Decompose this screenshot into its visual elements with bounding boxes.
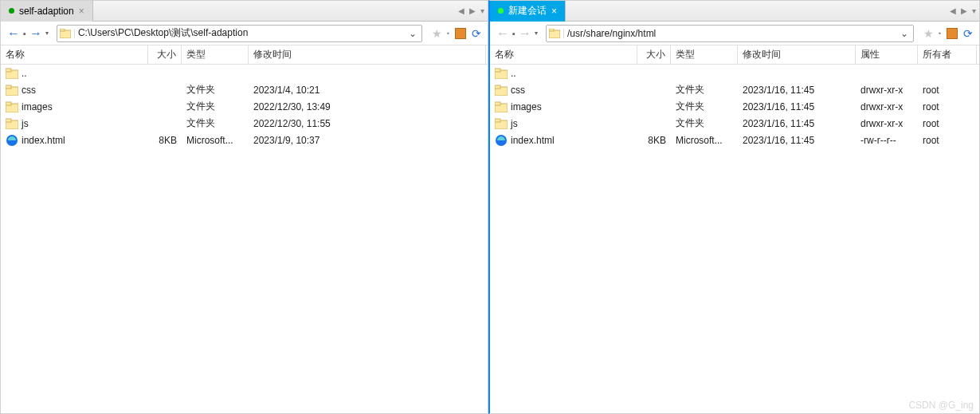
tab-right[interactable]: 新建会话 × <box>490 1 566 22</box>
svg-rect-9 <box>6 119 11 122</box>
svg-rect-16 <box>495 85 500 89</box>
cell-mtime: 2023/1/16, 11:45 <box>738 118 856 129</box>
svg-rect-18 <box>495 102 500 105</box>
toolbar-icons: ★ ▪ ⟳ <box>432 27 481 40</box>
column-header[interactable]: 修改时间 <box>738 45 856 64</box>
cell-type: 文件夹 <box>182 100 249 113</box>
toolbar-right: ← ▪ → ▾ ⌄ ★ ▪ ⟳ <box>490 22 979 45</box>
cell-owner: root <box>918 101 977 112</box>
folder-icon <box>6 101 18 113</box>
home-icon[interactable] <box>454 27 467 40</box>
column-header[interactable]: 类型 <box>182 45 249 64</box>
file-list-left[interactable]: ..css文件夹2023/1/4, 10:21images文件夹2022/12/… <box>1 65 488 413</box>
cell-size: 8KB <box>637 135 671 146</box>
column-header[interactable]: 名称 <box>1 45 148 64</box>
address-input[interactable] <box>75 26 404 41</box>
tabnav-next-icon[interactable]: ▶ <box>469 6 476 15</box>
cell-name: js <box>490 117 637 130</box>
table-row[interactable]: .. <box>490 65 979 81</box>
toolbar-icons: ★ ▪ ⟳ <box>923 27 973 40</box>
cell-type: 文件夹 <box>671 100 738 113</box>
tabnav-prev-icon[interactable]: ◀ <box>950 6 956 15</box>
column-header[interactable]: 修改时间 <box>249 45 486 64</box>
nav-forward-icon[interactable]: → <box>519 26 531 41</box>
nav-back-icon[interactable]: ← <box>496 26 509 41</box>
cell-attr: drwxr-xr-x <box>856 118 918 129</box>
cell-name: .. <box>490 67 637 80</box>
pane-right: 新建会话 × ◀ ▶ ▾ ← ▪ → ▾ ⌄ ★ ▪ ⟳ 名称大小类型修改时间属… <box>488 0 980 414</box>
star-icon[interactable]: ★ <box>923 27 934 40</box>
table-row[interactable]: .. <box>1 65 488 81</box>
tabnav-drop-icon[interactable]: ▾ <box>480 6 484 15</box>
cell-mtime: 2023/1/16, 11:45 <box>738 85 856 96</box>
address-bar[interactable]: ⌄ <box>57 25 422 42</box>
folder-icon <box>495 67 508 80</box>
column-header[interactable]: 大小 <box>148 45 182 64</box>
folder-icon <box>6 84 18 97</box>
table-row[interactable]: images文件夹2023/1/16, 11:45drwxr-xr-xroot <box>490 98 979 115</box>
sep-icon: ▪ <box>939 30 941 37</box>
column-header[interactable]: 大小 <box>637 45 671 64</box>
cell-type: 文件夹 <box>671 116 738 130</box>
table-row[interactable]: css文件夹2023/1/16, 11:45drwxr-xr-xroot <box>490 81 979 98</box>
cell-name: index.html <box>490 134 637 147</box>
folder-icon <box>495 101 508 113</box>
file-name: index.html <box>511 135 555 146</box>
address-bar[interactable]: ⌄ <box>546 25 914 42</box>
nav-drop-icon[interactable]: ▾ <box>45 30 49 37</box>
nav-sep-icon: ▪ <box>512 29 515 38</box>
nav-drop-icon[interactable]: ▾ <box>535 30 538 37</box>
table-row[interactable]: js文件夹2022/12/30, 11:55 <box>1 115 488 132</box>
tabnav-drop-icon[interactable]: ▾ <box>972 6 976 15</box>
column-header[interactable]: 名称 <box>490 45 637 64</box>
tabbar-right: 新建会话 × ◀ ▶ ▾ <box>490 1 979 22</box>
cell-name: .. <box>1 67 148 80</box>
tab-close-icon[interactable]: × <box>551 6 557 17</box>
cell-type: 文件夹 <box>182 116 249 130</box>
star-icon[interactable]: ★ <box>432 27 442 40</box>
address-drop-icon[interactable]: ⌄ <box>404 28 421 39</box>
svg-rect-20 <box>495 119 500 122</box>
cell-name: images <box>1 101 148 113</box>
tabnav-right: ◀ ▶ ▾ <box>950 6 976 15</box>
address-drop-icon[interactable]: ⌄ <box>896 28 913 39</box>
nav-forward-icon[interactable]: → <box>29 26 42 41</box>
column-header[interactable]: 属性 <box>856 45 918 64</box>
refresh-icon[interactable]: ⟳ <box>472 27 481 40</box>
table-row[interactable]: css文件夹2023/1/4, 10:21 <box>1 81 488 98</box>
svg-rect-1 <box>60 29 65 31</box>
nav-back-icon[interactable]: ← <box>7 26 20 41</box>
table-row[interactable]: index.html8KBMicrosoft...2023/1/9, 10:37 <box>1 132 488 148</box>
column-header[interactable]: 所有者 <box>918 45 977 64</box>
table-row[interactable]: index.html8KBMicrosoft...2023/1/16, 11:4… <box>490 132 979 148</box>
cell-attr: drwxr-xr-x <box>856 101 918 112</box>
cell-mtime: 2023/1/16, 11:45 <box>738 135 856 146</box>
pane-left: self-adaption × ◀ ▶ ▾ ← ▪ → ▾ ⌄ ★ ▪ ⟳ 名称… <box>0 0 488 414</box>
tab-title: 新建会话 <box>508 4 547 18</box>
file-name: js <box>22 118 29 129</box>
svg-rect-3 <box>6 69 11 72</box>
refresh-icon[interactable]: ⟳ <box>963 27 973 40</box>
cell-owner: root <box>918 135 977 146</box>
status-dot-icon <box>9 8 14 14</box>
home-icon[interactable] <box>946 27 958 40</box>
cell-mtime: 2023/1/16, 11:45 <box>738 101 856 112</box>
table-row[interactable]: images文件夹2022/12/30, 13:49 <box>1 98 488 115</box>
cell-name: images <box>490 101 637 113</box>
tabnav-next-icon[interactable]: ▶ <box>961 6 967 15</box>
tab-close-icon[interactable]: × <box>79 6 84 17</box>
cell-mtime: 2023/1/4, 10:21 <box>249 85 486 96</box>
svg-rect-12 <box>549 29 554 31</box>
cell-type: Microsoft... <box>671 135 738 146</box>
file-list-right[interactable]: ..css文件夹2023/1/16, 11:45drwxr-xr-xrootim… <box>490 65 979 413</box>
cell-mtime: 2023/1/9, 10:37 <box>249 135 486 146</box>
tab-left[interactable]: self-adaption × <box>1 1 93 22</box>
cell-name: js <box>1 117 148 130</box>
table-row[interactable]: js文件夹2023/1/16, 11:45drwxr-xr-xroot <box>490 115 979 132</box>
address-input[interactable] <box>564 26 896 41</box>
file-name: images <box>511 101 542 112</box>
svg-rect-7 <box>6 102 11 105</box>
column-header[interactable]: 类型 <box>671 45 738 64</box>
tabnav-left: ◀ ▶ ▾ <box>458 6 484 15</box>
tabnav-prev-icon[interactable]: ◀ <box>458 6 465 15</box>
